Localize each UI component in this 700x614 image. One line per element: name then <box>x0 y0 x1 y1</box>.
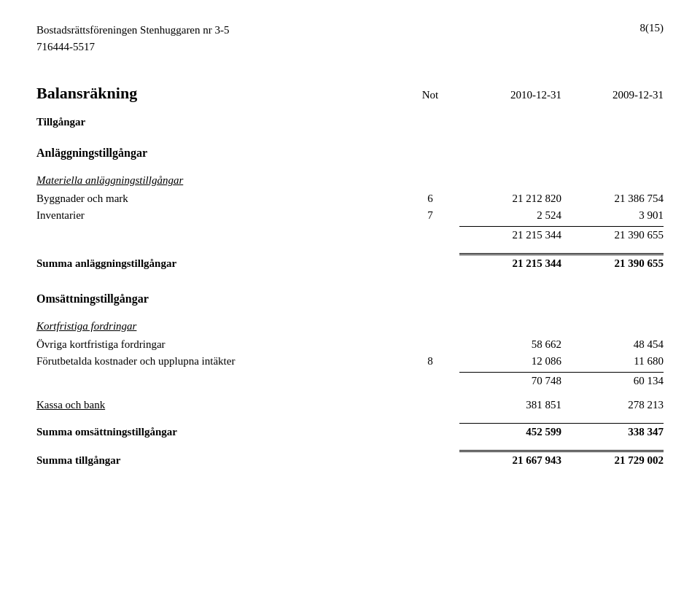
byggnader-row: Byggnader och mark 6 21 212 820 21 386 7… <box>36 190 664 207</box>
summa-tillgangar-label: Summa tillgångar <box>36 454 401 467</box>
kassa-2010: 381 851 <box>459 399 561 411</box>
org-name: Bostadsrättsföreningen Stenhuggaren nr 3… <box>36 22 230 39</box>
ovriga-2010: 58 662 <box>459 338 561 351</box>
inventarier-not: 7 <box>401 209 459 222</box>
summa-tillgangar-2010: 21 667 943 <box>459 450 561 467</box>
subtotal1-2010: 21 215 344 <box>459 226 561 241</box>
forutbetalda-not: 8 <box>401 355 459 368</box>
org-number: 716444-5517 <box>36 39 230 55</box>
byggnader-not: 6 <box>401 193 459 205</box>
summa-omsatt-row: Summa omsättningstillgångar 452 599 338 … <box>36 421 664 440</box>
summa-omsatt-label: Summa omsättningstillgångar <box>36 426 401 438</box>
subtotal1-2009: 21 390 655 <box>561 226 664 241</box>
summa-omsatt-2010: 452 599 <box>459 423 561 438</box>
summa-tillgangar-2009: 21 729 002 <box>561 450 664 467</box>
col-2009-header: 2009-12-31 <box>561 89 664 101</box>
org-info: Bostadsrättsföreningen Stenhuggaren nr 3… <box>36 22 230 55</box>
subtotal2-2009: 60 134 <box>561 372 664 387</box>
col-2010-header: 2010-12-31 <box>459 89 561 101</box>
summa-anlagg-row: Summa anläggningstillgångar 21 215 344 2… <box>36 251 664 272</box>
summa-tillgangar-row: Summa tillgångar 21 667 943 21 729 002 <box>36 448 664 469</box>
summa-anlagg-label: Summa anläggningstillgångar <box>36 257 401 270</box>
kassa-label: Kassa och bank <box>36 399 401 411</box>
inventarier-label: Inventarier <box>36 209 401 222</box>
byggnader-label: Byggnader och mark <box>36 193 401 205</box>
forutbetalda-2009: 11 680 <box>561 355 664 368</box>
subtotal2-2010: 70 748 <box>459 372 561 387</box>
ovriga-label: Övriga kortfristiga fordringar <box>36 338 401 351</box>
kortfristiga-label: Kortfristiga fordringar <box>36 320 401 333</box>
title-row: Balansräkning Not 2010-12-31 2009-12-31 <box>36 84 664 103</box>
inventarier-2010: 2 524 <box>459 209 561 222</box>
page-header: Bostadsrättsföreningen Stenhuggaren nr 3… <box>36 22 664 55</box>
subtotal1-row: 21 215 344 21 390 655 <box>36 224 664 244</box>
kassa-row: Kassa och bank 381 851 278 213 <box>36 397 664 413</box>
kortfristiga-heading: Kortfristiga fordringar <box>36 311 664 336</box>
ovriga-2009: 48 454 <box>561 338 664 351</box>
col-not-header: Not <box>401 89 459 101</box>
omsatt-heading: Omsättningstillgångar <box>36 279 664 311</box>
forutbetalda-row: Förutbetalda kostnader och upplupna intä… <box>36 353 664 370</box>
subtotal2-row: 70 748 60 134 <box>36 370 664 389</box>
materiella-heading: Materiella anläggningstillgångar <box>36 165 664 190</box>
summa-anlagg-2009: 21 390 655 <box>561 253 664 270</box>
forutbetalda-label: Förutbetalda kostnader och upplupna intä… <box>36 355 401 368</box>
ovriga-row: Övriga kortfristiga fordringar 58 662 48… <box>36 336 664 353</box>
byggnader-2009: 21 386 754 <box>561 193 664 205</box>
forutbetalda-2010: 12 086 <box>459 355 561 368</box>
inventarier-row: Inventarier 7 2 524 3 901 <box>36 207 664 224</box>
tillgangar-heading: Tillgångar <box>36 114 664 131</box>
byggnader-2010: 21 212 820 <box>459 193 561 205</box>
inventarier-2009: 3 901 <box>561 209 664 222</box>
omsatt-label: Omsättningstillgångar <box>36 292 401 306</box>
page-title: Balansräkning <box>36 84 401 103</box>
summa-anlagg-2010: 21 215 344 <box>459 253 561 270</box>
page-number: 8(15) <box>640 22 664 34</box>
summa-omsatt-2009: 338 347 <box>561 423 664 438</box>
balance-sheet: Balansräkning Not 2010-12-31 2009-12-31 … <box>36 84 664 469</box>
kassa-2009: 278 213 <box>561 399 664 411</box>
anlagg-heading: Anläggningstillgångar <box>36 133 664 165</box>
tillgangar-label: Tillgångar <box>36 116 401 128</box>
anlagg-label: Anläggningstillgångar <box>36 147 401 160</box>
materiella-label: Materiella anläggningstillgångar <box>36 174 401 187</box>
